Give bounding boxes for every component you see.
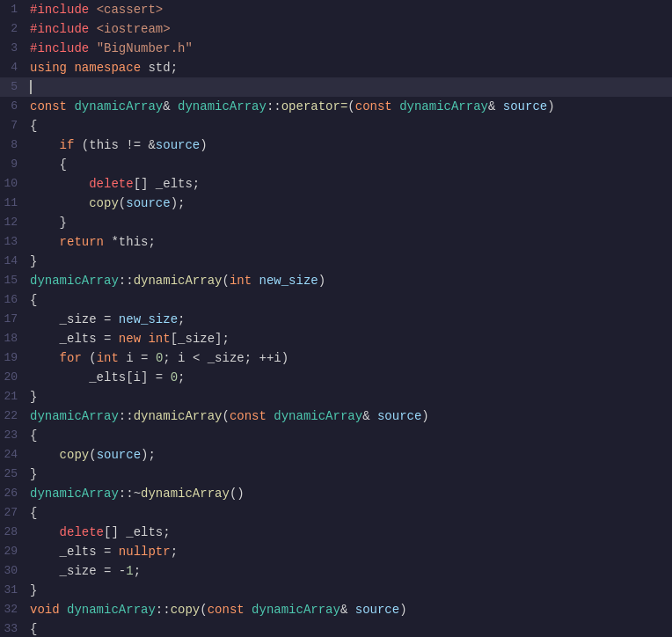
token-kw: nullptr bbox=[119, 545, 171, 559]
line-content: } bbox=[25, 387, 672, 406]
token-kwdel: delete bbox=[89, 177, 133, 191]
line-content: _elts = new int[_size]; bbox=[25, 329, 672, 348]
token-plain: _elts = bbox=[30, 332, 119, 346]
token-str-header: <iostream> bbox=[97, 22, 171, 36]
token-plain: :: bbox=[267, 99, 281, 113]
line-content: } bbox=[25, 465, 672, 484]
line-number: 28 bbox=[0, 523, 25, 542]
code-line: 22dynamicArray::dynamicArray(const dynam… bbox=[0, 406, 672, 426]
token-kw: void bbox=[30, 603, 60, 617]
token-plain: *this; bbox=[104, 235, 156, 249]
line-content: dynamicArray::dynamicArray(int new_size) bbox=[25, 271, 672, 290]
token-param: new_size bbox=[259, 274, 318, 288]
token-plain: { bbox=[30, 428, 37, 443]
text-cursor bbox=[30, 80, 32, 94]
line-number: 19 bbox=[0, 348, 25, 368]
code-line: 12 } bbox=[0, 213, 672, 232]
code-line: 18 _elts = new int[_size]; bbox=[0, 329, 672, 348]
token-plain bbox=[30, 196, 89, 210]
line-number: 33 bbox=[0, 619, 25, 637]
code-line: 16{ bbox=[0, 290, 672, 310]
token-plain: ; bbox=[178, 370, 185, 384]
token-plain bbox=[30, 235, 60, 249]
token-plain: (this != & bbox=[74, 138, 155, 152]
code-line: 28 delete[] _elts; bbox=[0, 523, 672, 542]
token-fn: copy bbox=[60, 448, 90, 462]
token-plain: () bbox=[230, 487, 245, 501]
code-line: 9 { bbox=[0, 155, 672, 174]
token-kw: new bbox=[119, 332, 141, 346]
token-kw: const bbox=[208, 603, 245, 617]
line-number: 13 bbox=[0, 232, 25, 252]
code-lines-container: 1#include <cassert>2#include <iostream>3… bbox=[0, 0, 672, 637]
token-plain: } bbox=[30, 254, 37, 268]
token-plain: } bbox=[30, 216, 67, 230]
line-content: delete[] _elts; bbox=[25, 174, 672, 194]
token-plain: _elts = bbox=[30, 545, 119, 559]
token-plain: { bbox=[30, 506, 37, 520]
line-content: } bbox=[25, 581, 672, 600]
token-kw: const bbox=[355, 99, 392, 113]
token-plain bbox=[89, 3, 96, 17]
token-class: dynamicArray bbox=[30, 274, 119, 288]
token-plain: :: bbox=[119, 274, 134, 288]
token-fn: operator= bbox=[281, 99, 348, 113]
token-class: dynamicArray bbox=[178, 99, 267, 113]
token-param: source bbox=[126, 196, 170, 210]
code-line: 26dynamicArray::~dynamicArray() bbox=[0, 484, 672, 503]
token-param: source bbox=[377, 409, 421, 423]
line-number: 25 bbox=[0, 465, 25, 484]
token-fn: dynamicArray bbox=[134, 274, 223, 288]
token-plain: { bbox=[30, 293, 37, 307]
token-plain: ) bbox=[421, 409, 428, 423]
token-plain: ; bbox=[171, 545, 178, 559]
token-plain: ( bbox=[200, 603, 207, 617]
token-plain bbox=[60, 603, 67, 617]
code-line: 24 copy(source); bbox=[0, 445, 672, 465]
token-plain bbox=[30, 351, 60, 365]
token-plain: } bbox=[30, 583, 37, 597]
line-content: copy(source); bbox=[25, 445, 672, 465]
token-plain: ( bbox=[347, 99, 354, 113]
code-line: 8 if (this != &source) bbox=[0, 135, 672, 155]
token-plain: ) bbox=[318, 274, 325, 288]
line-content: void dynamicArray::copy(const dynamicArr… bbox=[25, 600, 672, 619]
line-number: 32 bbox=[0, 600, 25, 619]
token-plain: [] _elts; bbox=[134, 177, 201, 191]
token-plain: ( bbox=[89, 448, 96, 462]
token-plain: { bbox=[30, 622, 37, 636]
code-line: 4using namespace std; bbox=[0, 58, 672, 77]
token-str-quoted: "BigNumber.h" bbox=[97, 41, 193, 55]
code-line: 3#include "BigNumber.h" bbox=[0, 39, 672, 58]
code-line: 1#include <cassert> bbox=[0, 0, 672, 19]
line-number: 30 bbox=[0, 561, 25, 581]
token-kw: if bbox=[60, 138, 75, 152]
token-kw: int bbox=[97, 351, 119, 365]
line-content: dynamicArray::~dynamicArray() bbox=[25, 484, 672, 503]
code-line: 30 _size = -1; bbox=[0, 561, 672, 581]
line-content: } bbox=[25, 213, 672, 232]
token-plain: & bbox=[340, 603, 355, 617]
line-number: 4 bbox=[0, 58, 25, 77]
line-number: 29 bbox=[0, 542, 25, 561]
token-plain: ); bbox=[141, 448, 156, 462]
line-content bbox=[25, 77, 672, 97]
token-fn: dynamicArray bbox=[141, 487, 230, 501]
token-kw: using bbox=[30, 61, 67, 75]
token-plain: ::~ bbox=[119, 487, 141, 501]
token-plain: std; bbox=[141, 61, 178, 75]
code-line: 21} bbox=[0, 387, 672, 406]
code-line: 15dynamicArray::dynamicArray(int new_siz… bbox=[0, 271, 672, 290]
line-number: 18 bbox=[0, 329, 25, 348]
line-number: 15 bbox=[0, 271, 25, 290]
code-line: 19 for (int i = 0; i < _size; ++i) bbox=[0, 348, 672, 368]
token-kw: const bbox=[230, 409, 267, 423]
token-plain: & bbox=[362, 409, 377, 423]
token-plain: :: bbox=[156, 603, 171, 617]
token-param: source bbox=[355, 603, 399, 617]
token-plain: } bbox=[30, 390, 37, 404]
token-param: new_size bbox=[119, 312, 178, 326]
line-content: const dynamicArray& dynamicArray::operat… bbox=[25, 97, 672, 116]
line-number: 31 bbox=[0, 581, 25, 600]
line-content: #include "BigNumber.h" bbox=[25, 39, 672, 58]
